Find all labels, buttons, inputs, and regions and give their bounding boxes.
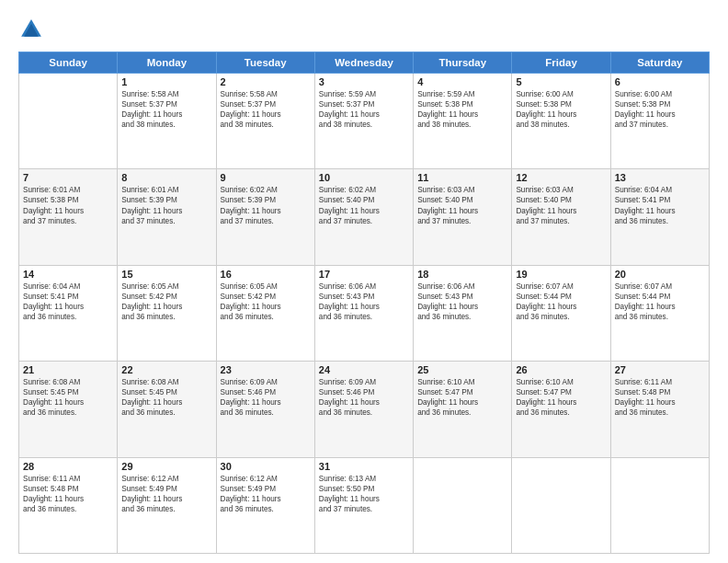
calendar-cell: 23Sunrise: 6:09 AM Sunset: 5:46 PM Dayli… xyxy=(216,362,314,457)
day-number: 9 xyxy=(221,172,311,183)
day-info: Sunrise: 6:02 AM Sunset: 5:40 PM Dayligh… xyxy=(319,185,409,225)
day-info: Sunrise: 6:07 AM Sunset: 5:44 PM Dayligh… xyxy=(516,282,606,322)
header xyxy=(18,17,710,42)
day-number: 21 xyxy=(23,364,113,375)
day-number: 6 xyxy=(615,76,705,87)
day-info: Sunrise: 6:10 AM Sunset: 5:47 PM Dayligh… xyxy=(417,377,507,418)
day-number: 24 xyxy=(319,364,409,375)
day-info: Sunrise: 6:08 AM Sunset: 5:45 PM Dayligh… xyxy=(121,377,211,418)
calendar-cell xyxy=(512,457,610,553)
day-info: Sunrise: 6:11 AM Sunset: 5:48 PM Dayligh… xyxy=(23,474,113,514)
day-number: 3 xyxy=(319,76,409,87)
day-info: Sunrise: 6:01 AM Sunset: 5:38 PM Dayligh… xyxy=(23,185,113,225)
day-info: Sunrise: 6:12 AM Sunset: 5:49 PM Dayligh… xyxy=(221,474,311,514)
calendar-cell: 2Sunrise: 5:58 AM Sunset: 5:37 PM Daylig… xyxy=(216,74,314,169)
day-info: Sunrise: 6:06 AM Sunset: 5:43 PM Dayligh… xyxy=(319,282,409,322)
day-number: 17 xyxy=(319,269,409,280)
calendar-header-row: SundayMondayTuesdayWednesdayThursdayFrid… xyxy=(19,52,710,74)
calendar-cell: 24Sunrise: 6:09 AM Sunset: 5:46 PM Dayli… xyxy=(314,362,413,457)
day-number: 31 xyxy=(319,461,409,472)
calendar-cell xyxy=(414,457,512,553)
calendar-cell: 20Sunrise: 6:07 AM Sunset: 5:44 PM Dayli… xyxy=(610,265,709,361)
calendar-week-3: 21Sunrise: 6:08 AM Sunset: 5:45 PM Dayli… xyxy=(19,362,710,457)
calendar-week-1: 7Sunrise: 6:01 AM Sunset: 5:38 PM Daylig… xyxy=(19,169,710,265)
day-number: 29 xyxy=(121,461,211,472)
day-info: Sunrise: 6:04 AM Sunset: 5:41 PM Dayligh… xyxy=(23,282,113,322)
day-info: Sunrise: 6:09 AM Sunset: 5:46 PM Dayligh… xyxy=(221,377,311,418)
calendar-cell: 16Sunrise: 6:05 AM Sunset: 5:42 PM Dayli… xyxy=(216,265,314,361)
day-info: Sunrise: 6:10 AM Sunset: 5:47 PM Dayligh… xyxy=(516,377,606,418)
day-info: Sunrise: 6:04 AM Sunset: 5:41 PM Dayligh… xyxy=(615,185,705,225)
calendar-cell: 6Sunrise: 6:00 AM Sunset: 5:38 PM Daylig… xyxy=(610,74,709,169)
calendar-cell: 19Sunrise: 6:07 AM Sunset: 5:44 PM Dayli… xyxy=(512,265,610,361)
day-info: Sunrise: 6:06 AM Sunset: 5:43 PM Dayligh… xyxy=(417,282,507,322)
day-number: 4 xyxy=(417,76,507,87)
day-info: Sunrise: 6:05 AM Sunset: 5:42 PM Dayligh… xyxy=(221,282,311,322)
day-info: Sunrise: 5:58 AM Sunset: 5:37 PM Dayligh… xyxy=(221,89,311,130)
day-info: Sunrise: 6:03 AM Sunset: 5:40 PM Dayligh… xyxy=(417,185,507,225)
calendar-cell: 5Sunrise: 6:00 AM Sunset: 5:38 PM Daylig… xyxy=(512,74,610,169)
calendar-header-sunday: Sunday xyxy=(19,52,118,74)
day-number: 16 xyxy=(221,269,311,280)
calendar-header-monday: Monday xyxy=(118,52,216,74)
calendar-cell: 1Sunrise: 5:58 AM Sunset: 5:37 PM Daylig… xyxy=(118,74,216,169)
day-number: 20 xyxy=(615,269,705,280)
day-info: Sunrise: 6:01 AM Sunset: 5:39 PM Dayligh… xyxy=(121,185,211,225)
calendar-cell: 26Sunrise: 6:10 AM Sunset: 5:47 PM Dayli… xyxy=(512,362,610,457)
calendar-cell: 12Sunrise: 6:03 AM Sunset: 5:40 PM Dayli… xyxy=(512,169,610,265)
calendar-cell: 25Sunrise: 6:10 AM Sunset: 5:47 PM Dayli… xyxy=(414,362,512,457)
calendar-cell: 9Sunrise: 6:02 AM Sunset: 5:39 PM Daylig… xyxy=(216,169,314,265)
calendar-cell: 15Sunrise: 6:05 AM Sunset: 5:42 PM Dayli… xyxy=(118,265,216,361)
calendar-cell: 30Sunrise: 6:12 AM Sunset: 5:49 PM Dayli… xyxy=(216,457,314,553)
day-number: 23 xyxy=(221,364,311,375)
calendar-cell xyxy=(610,457,709,553)
day-number: 11 xyxy=(417,172,507,183)
day-number: 26 xyxy=(516,364,606,375)
calendar-week-2: 14Sunrise: 6:04 AM Sunset: 5:41 PM Dayli… xyxy=(19,265,710,361)
calendar-cell: 10Sunrise: 6:02 AM Sunset: 5:40 PM Dayli… xyxy=(314,169,413,265)
day-number: 28 xyxy=(23,461,113,472)
day-number: 15 xyxy=(121,269,211,280)
calendar-table: SundayMondayTuesdayWednesdayThursdayFrid… xyxy=(18,52,710,554)
day-info: Sunrise: 5:58 AM Sunset: 5:37 PM Dayligh… xyxy=(121,89,211,130)
calendar-header-friday: Friday xyxy=(512,52,610,74)
day-number: 5 xyxy=(516,76,606,87)
logo-icon xyxy=(18,17,44,42)
calendar-cell: 29Sunrise: 6:12 AM Sunset: 5:49 PM Dayli… xyxy=(118,457,216,553)
calendar-cell: 13Sunrise: 6:04 AM Sunset: 5:41 PM Dayli… xyxy=(610,169,709,265)
day-number: 10 xyxy=(319,172,409,183)
calendar-cell: 3Sunrise: 5:59 AM Sunset: 5:37 PM Daylig… xyxy=(314,74,413,169)
day-number: 22 xyxy=(121,364,211,375)
page: SundayMondayTuesdayWednesdayThursdayFrid… xyxy=(0,0,728,563)
day-number: 8 xyxy=(121,172,211,183)
calendar-header-wednesday: Wednesday xyxy=(314,52,413,74)
calendar-week-4: 28Sunrise: 6:11 AM Sunset: 5:48 PM Dayli… xyxy=(19,457,710,553)
calendar-cell: 8Sunrise: 6:01 AM Sunset: 5:39 PM Daylig… xyxy=(118,169,216,265)
calendar-cell: 7Sunrise: 6:01 AM Sunset: 5:38 PM Daylig… xyxy=(19,169,118,265)
day-info: Sunrise: 6:00 AM Sunset: 5:38 PM Dayligh… xyxy=(516,89,606,130)
calendar-header-thursday: Thursday xyxy=(414,52,512,74)
day-number: 14 xyxy=(23,269,113,280)
calendar-cell: 21Sunrise: 6:08 AM Sunset: 5:45 PM Dayli… xyxy=(19,362,118,457)
day-number: 1 xyxy=(121,76,211,87)
day-info: Sunrise: 6:02 AM Sunset: 5:39 PM Dayligh… xyxy=(221,185,311,225)
calendar-week-0: 1Sunrise: 5:58 AM Sunset: 5:37 PM Daylig… xyxy=(19,74,710,169)
day-number: 25 xyxy=(417,364,507,375)
calendar-cell: 14Sunrise: 6:04 AM Sunset: 5:41 PM Dayli… xyxy=(19,265,118,361)
calendar-cell: 22Sunrise: 6:08 AM Sunset: 5:45 PM Dayli… xyxy=(118,362,216,457)
calendar-cell: 31Sunrise: 6:13 AM Sunset: 5:50 PM Dayli… xyxy=(314,457,413,553)
day-info: Sunrise: 6:03 AM Sunset: 5:40 PM Dayligh… xyxy=(516,185,606,225)
day-number: 19 xyxy=(516,269,606,280)
calendar-cell xyxy=(19,74,118,169)
day-info: Sunrise: 6:13 AM Sunset: 5:50 PM Dayligh… xyxy=(319,474,409,514)
calendar-header-saturday: Saturday xyxy=(610,52,709,74)
day-number: 27 xyxy=(615,364,705,375)
day-number: 2 xyxy=(221,76,311,87)
calendar-cell: 11Sunrise: 6:03 AM Sunset: 5:40 PM Dayli… xyxy=(414,169,512,265)
day-info: Sunrise: 6:07 AM Sunset: 5:44 PM Dayligh… xyxy=(615,282,705,322)
day-info: Sunrise: 6:05 AM Sunset: 5:42 PM Dayligh… xyxy=(121,282,211,322)
day-info: Sunrise: 6:12 AM Sunset: 5:49 PM Dayligh… xyxy=(121,474,211,514)
day-info: Sunrise: 5:59 AM Sunset: 5:38 PM Dayligh… xyxy=(417,89,507,130)
logo xyxy=(18,17,48,42)
calendar-header-tuesday: Tuesday xyxy=(216,52,314,74)
